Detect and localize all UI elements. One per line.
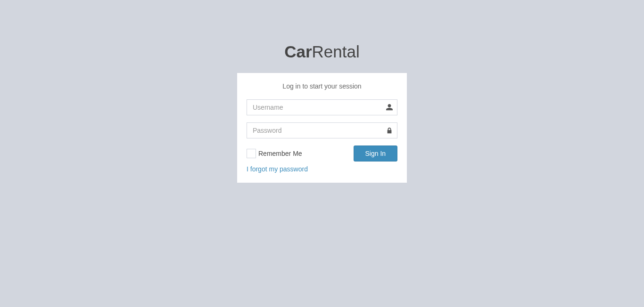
- actions-row: Remember Me Sign In: [242, 145, 402, 163]
- login-box-body: Log in to start your session Remember Me…: [237, 73, 407, 183]
- logo-light: Rental: [312, 42, 360, 61]
- username-group: [247, 99, 397, 115]
- login-message: Log in to start your session: [247, 82, 397, 90]
- signin-column: Sign In: [349, 145, 402, 163]
- signin-button[interactable]: Sign In: [354, 145, 397, 162]
- remember-label: Remember Me: [258, 150, 302, 157]
- remember-column: Remember Me: [242, 145, 349, 163]
- password-input[interactable]: [247, 122, 397, 138]
- forgot-password-link[interactable]: I forgot my password: [247, 165, 308, 173]
- login-box: CarRental Log in to start your session R…: [237, 0, 407, 183]
- logo-bold: Car: [284, 42, 312, 61]
- username-input[interactable]: [247, 99, 397, 115]
- login-logo: CarRental: [237, 42, 407, 61]
- remember-checkbox-wrapper[interactable]: Remember Me: [247, 145, 344, 158]
- remember-checkbox[interactable]: [247, 149, 256, 158]
- password-group: [247, 122, 397, 138]
